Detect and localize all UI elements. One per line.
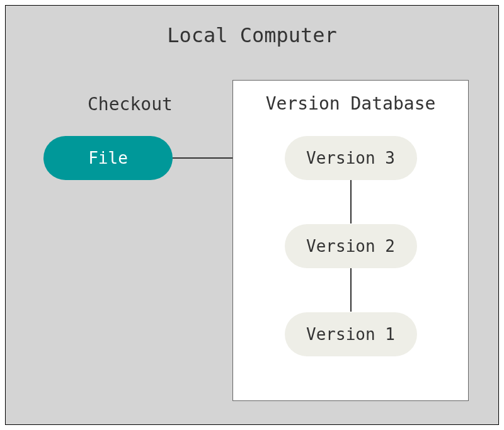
version-database-title: Version Database bbox=[266, 93, 436, 114]
version-1-label: Version 1 bbox=[306, 325, 395, 344]
local-computer-frame: Local Computer Checkout File Version Dat… bbox=[5, 5, 499, 425]
connector-v3-to-v2 bbox=[350, 180, 352, 223]
version-2-label: Version 2 bbox=[306, 237, 395, 256]
version-3-node: Version 3 bbox=[285, 136, 417, 180]
version-1-node: Version 1 bbox=[285, 312, 417, 356]
checkout-label: Checkout bbox=[88, 94, 173, 115]
connector-v2-to-v1 bbox=[350, 268, 352, 312]
diagram-title: Local Computer bbox=[167, 23, 337, 47]
version-2-node: Version 2 bbox=[285, 224, 417, 268]
version-3-label: Version 3 bbox=[306, 149, 395, 167]
file-node-label: File bbox=[88, 149, 128, 167]
file-node: File bbox=[43, 136, 173, 180]
version-database-box: Version Database Version 3 Version 2 Ver… bbox=[232, 80, 469, 401]
